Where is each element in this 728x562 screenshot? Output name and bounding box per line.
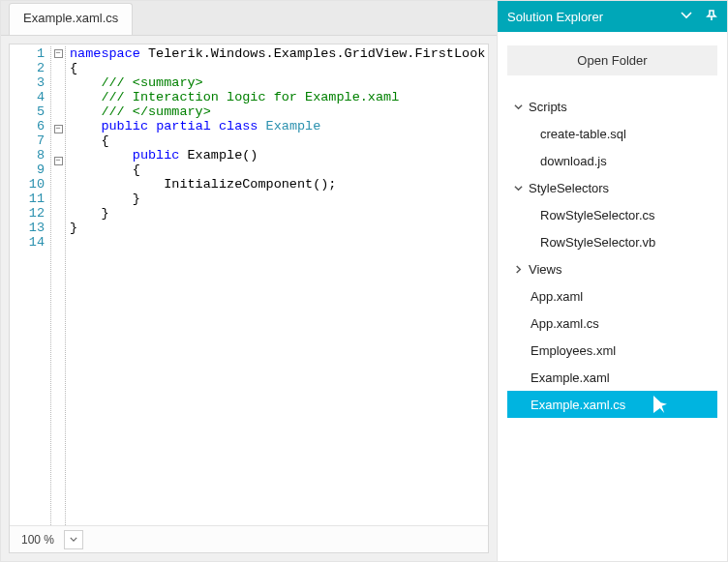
line-number-gutter: 1234567891011121314 <box>10 46 50 525</box>
solution-explorer-title: Solution Explorer <box>507 10 603 24</box>
tree-file[interactable]: Employees.xml <box>507 337 717 364</box>
zoom-dropdown-button[interactable] <box>64 530 83 549</box>
chevron-down-icon[interactable] <box>511 184 525 192</box>
code-line[interactable]: public partial class Example <box>70 119 485 133</box>
pin-panel-button[interactable] <box>706 10 717 24</box>
fold-toggle[interactable]: − <box>54 157 63 165</box>
fold-toggle[interactable]: − <box>54 125 63 133</box>
chevron-down-icon <box>681 10 692 21</box>
chevron-down-icon <box>70 537 77 542</box>
line-number: 11 <box>10 192 45 206</box>
tree-item-label: StyleSelectors <box>529 181 609 195</box>
line-number: 12 <box>10 206 45 221</box>
line-number: 5 <box>10 104 45 119</box>
code-line[interactable]: } <box>70 221 485 235</box>
line-number: 4 <box>10 90 45 104</box>
app-root: Example.xaml.cs 1234567891011121314 −−− … <box>0 0 728 562</box>
code-lines[interactable]: namespace Telerik.Windows.Examples.GridV… <box>66 46 485 525</box>
fold-toggle[interactable]: − <box>54 49 63 58</box>
tree-item-label: download.js <box>540 154 607 168</box>
editor-tab[interactable]: Example.xaml.cs <box>9 3 133 35</box>
tree-file[interactable]: App.xaml <box>507 282 717 310</box>
code-line[interactable]: { <box>70 133 485 148</box>
tree-item-label: Example.xaml.cs <box>531 398 625 412</box>
code-line[interactable]: /// </summary> <box>70 104 485 119</box>
tree-file[interactable]: Example.xaml <box>507 364 717 391</box>
code-line[interactable]: public Example() <box>70 148 485 163</box>
line-number: 9 <box>10 163 45 177</box>
tree-file[interactable]: download.js <box>507 147 717 174</box>
editor-panel: Example.xaml.cs 1234567891011121314 −−− … <box>1 1 498 561</box>
solution-explorer-body: Open Folder Scriptscreate-table.sqldownl… <box>498 32 727 561</box>
line-number: 13 <box>10 221 45 235</box>
open-folder-button[interactable]: Open Folder <box>507 45 717 75</box>
tree-item-label: Employees.xml <box>531 343 616 358</box>
code-line[interactable]: } <box>70 206 485 221</box>
tree-file[interactable]: RowStyleSelector.vb <box>507 228 717 255</box>
pin-icon <box>706 10 717 21</box>
file-tree: Scriptscreate-table.sqldownload.jsStyleS… <box>507 93 717 418</box>
tree-folder[interactable]: Views <box>507 255 717 282</box>
tree-item-label: Scripts <box>529 100 567 114</box>
tree-folder[interactable]: Scripts <box>507 93 717 120</box>
tree-item-label: RowStyleSelector.cs <box>540 208 655 222</box>
line-number: 3 <box>10 75 45 90</box>
line-number: 14 <box>10 235 45 250</box>
chevron-down-icon[interactable] <box>511 103 525 111</box>
fold-gutter[interactable]: −−− <box>50 46 66 525</box>
code-line[interactable]: } <box>70 192 485 206</box>
solution-explorer-panel: Solution Explorer Open Folder Scriptscre… <box>498 1 727 561</box>
line-number: 6 <box>10 119 45 133</box>
editor-tabstrip: Example.xaml.cs <box>1 1 497 36</box>
solution-explorer-header: Solution Explorer <box>498 1 727 32</box>
tree-file[interactable]: Example.xaml.cs <box>507 391 717 418</box>
collapse-panel-button[interactable] <box>681 10 692 24</box>
editor-body: 1234567891011121314 −−− namespace Teleri… <box>9 44 489 553</box>
line-number: 8 <box>10 148 45 163</box>
code-line[interactable]: namespace Telerik.Windows.Examples.GridV… <box>70 46 485 61</box>
tree-folder[interactable]: StyleSelectors <box>507 174 717 201</box>
code-line[interactable]: /// Interaction logic for Example.xaml <box>70 90 485 104</box>
tree-file[interactable]: App.xaml.cs <box>507 310 717 337</box>
tree-item-label: create-table.sql <box>540 127 626 141</box>
line-number: 2 <box>10 61 45 75</box>
chevron-right-icon[interactable] <box>511 265 525 274</box>
editor-footer: 100 % <box>10 525 488 552</box>
code-line[interactable] <box>70 235 485 250</box>
code-line[interactable]: { <box>70 61 485 75</box>
tree-item-label: RowStyleSelector.vb <box>540 235 655 250</box>
code-line[interactable]: InitializeComponent(); <box>70 177 485 192</box>
zoom-level: 100 % <box>15 531 60 548</box>
code-area[interactable]: 1234567891011121314 −−− namespace Teleri… <box>10 44 488 525</box>
tree-item-label: Views <box>529 262 561 277</box>
tree-file[interactable]: create-table.sql <box>507 120 717 147</box>
line-number: 7 <box>10 133 45 148</box>
code-line[interactable]: /// <summary> <box>70 75 485 90</box>
line-number: 1 <box>10 46 45 61</box>
tree-item-label: App.xaml <box>531 289 583 304</box>
code-line[interactable]: { <box>70 163 485 177</box>
line-number: 10 <box>10 177 45 192</box>
tree-item-label: Example.xaml <box>531 370 610 385</box>
tree-file[interactable]: RowStyleSelector.cs <box>507 201 717 228</box>
tree-item-label: App.xaml.cs <box>531 316 599 331</box>
